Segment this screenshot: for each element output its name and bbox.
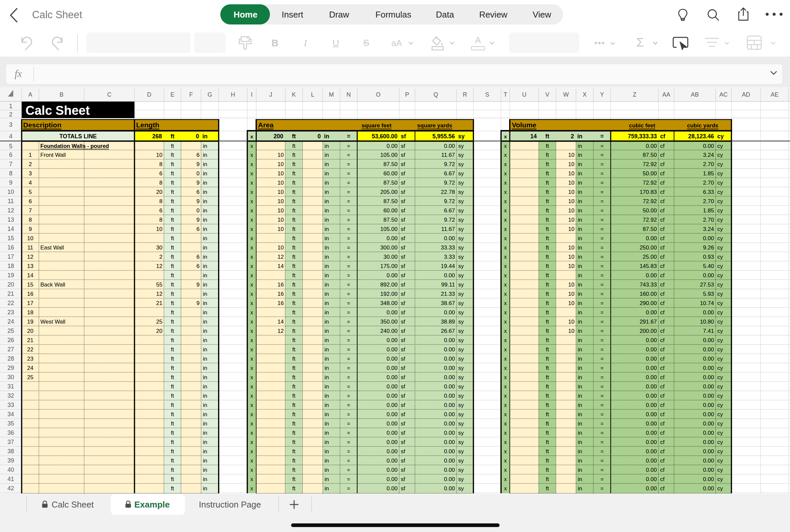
svg-text:=: =: [600, 263, 603, 269]
svg-text:cy: cy: [717, 448, 723, 455]
svg-text:10: 10: [7, 189, 14, 195]
svg-text:ft: ft: [171, 458, 174, 464]
svg-text:cy: cy: [717, 458, 723, 464]
svg-text:sy: sy: [458, 439, 464, 445]
svg-text:0.00: 0.00: [387, 337, 398, 343]
svg-text:sf: sf: [401, 272, 406, 279]
svg-text:x: x: [504, 421, 507, 426]
svg-text:x: x: [504, 328, 507, 334]
svg-text:0.00: 0.00: [703, 467, 714, 473]
svg-text:0.00: 0.00: [646, 402, 657, 408]
svg-text:Length: Length: [136, 121, 159, 129]
svg-text:6: 6: [29, 198, 32, 205]
svg-text:cy: cy: [717, 272, 723, 279]
svg-text:0.00: 0.00: [387, 402, 398, 408]
svg-text:ft: ft: [171, 245, 174, 251]
svg-text:145.83: 145.83: [639, 263, 657, 269]
svg-text:L: L: [311, 91, 314, 98]
svg-text:11: 11: [27, 245, 34, 251]
svg-text:x: x: [250, 263, 253, 269]
svg-text:=: =: [347, 152, 350, 158]
svg-text:in: in: [578, 393, 582, 399]
svg-text:ft: ft: [171, 198, 174, 205]
svg-text:x: x: [504, 208, 507, 213]
svg-text:in: in: [203, 467, 207, 473]
svg-text:in: in: [325, 179, 329, 186]
svg-text:10: 10: [569, 179, 575, 186]
svg-text:cy: cy: [717, 346, 723, 353]
svg-text:6: 6: [196, 152, 199, 158]
svg-text:x: x: [250, 458, 253, 463]
svg-text:x: x: [250, 402, 253, 408]
svg-text:300.00: 300.00: [381, 245, 398, 251]
svg-text:=: =: [600, 162, 603, 167]
svg-text:ft: ft: [546, 217, 549, 223]
svg-text:16: 16: [277, 300, 284, 306]
svg-text:28: 28: [7, 355, 14, 362]
svg-text:square yards: square yards: [417, 122, 452, 129]
svg-text:G: G: [208, 91, 212, 98]
svg-text:11.67: 11.67: [441, 226, 455, 232]
svg-text:sy: sy: [458, 254, 464, 260]
svg-text:30.00: 30.00: [383, 254, 398, 260]
svg-text:8: 8: [159, 179, 162, 186]
svg-text:=: =: [347, 189, 350, 195]
svg-text:0.00: 0.00: [646, 235, 657, 242]
svg-text:10: 10: [569, 319, 575, 325]
svg-text:x: x: [250, 235, 253, 241]
svg-text:cy: cy: [717, 430, 723, 436]
svg-text:10: 10: [277, 207, 284, 214]
svg-text:ft: ft: [546, 152, 549, 158]
svg-text:19.44: 19.44: [441, 263, 455, 269]
svg-text:sf: sf: [401, 374, 406, 380]
svg-text:ft: ft: [292, 467, 296, 473]
svg-text:E: E: [170, 91, 174, 98]
svg-text:60.00: 60.00: [383, 207, 398, 214]
svg-text:87.50: 87.50: [383, 217, 398, 223]
svg-text:12: 12: [156, 263, 162, 269]
svg-text:in: in: [203, 254, 207, 260]
svg-text:892.00: 892.00: [381, 282, 398, 288]
svg-text:ft: ft: [292, 402, 296, 408]
svg-text:in: in: [578, 207, 582, 214]
svg-text:16: 16: [277, 282, 284, 288]
svg-text:6: 6: [196, 189, 199, 195]
svg-text:x: x: [250, 282, 253, 287]
svg-text:27.53: 27.53: [700, 282, 714, 288]
svg-text:in: in: [578, 337, 582, 343]
svg-text:sf: sf: [401, 448, 406, 455]
svg-text:10: 10: [156, 226, 162, 232]
svg-text:=: =: [600, 458, 603, 463]
svg-text:9.26: 9.26: [703, 245, 714, 251]
svg-text:10: 10: [277, 161, 284, 167]
svg-text:ft: ft: [171, 383, 174, 390]
svg-text:0.00: 0.00: [444, 346, 455, 353]
svg-text:x: x: [250, 310, 253, 315]
svg-text:6: 6: [196, 226, 199, 232]
svg-text:in: in: [578, 179, 582, 186]
svg-text:R: R: [463, 91, 467, 98]
svg-text:=: =: [347, 458, 350, 463]
svg-text:x: x: [250, 375, 253, 380]
svg-text:x: x: [250, 189, 253, 195]
svg-text:=: =: [347, 319, 350, 325]
svg-text:x: x: [504, 189, 507, 195]
svg-text:cy: cy: [717, 263, 723, 269]
svg-text:10: 10: [569, 282, 575, 288]
svg-text:in: in: [203, 486, 207, 492]
svg-text:72.92: 72.92: [643, 161, 657, 167]
svg-text:ft: ft: [292, 328, 296, 334]
svg-text:=: =: [600, 365, 603, 371]
svg-text:cf: cf: [660, 254, 664, 260]
svg-text:17: 17: [27, 300, 34, 306]
svg-text:240.00: 240.00: [381, 328, 398, 334]
svg-text:cy: cy: [717, 152, 723, 158]
svg-text:in: in: [203, 161, 207, 167]
svg-text:in: in: [203, 282, 207, 288]
svg-text:350.00: 350.00: [381, 319, 398, 325]
svg-text:10: 10: [277, 189, 284, 195]
svg-text:ft: ft: [171, 365, 174, 371]
svg-text:P: P: [405, 91, 409, 98]
svg-text:=: =: [347, 291, 350, 297]
svg-text:ft: ft: [545, 133, 550, 140]
